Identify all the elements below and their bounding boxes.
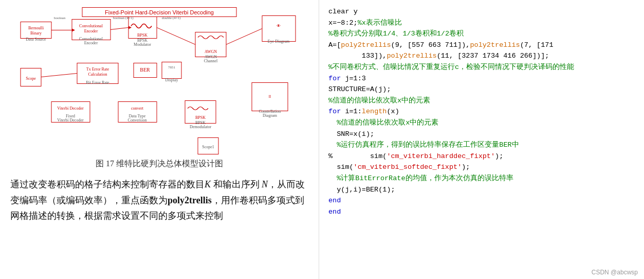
- svg-text:Calculation: Calculation: [88, 72, 107, 77]
- svg-text:Scope: Scope: [26, 76, 36, 81]
- svg-text:Data Source: Data Source: [26, 37, 46, 42]
- svg-rect-30: [162, 62, 181, 79]
- svg-text:Scope1: Scope1: [202, 145, 214, 149]
- svg-line-56: [226, 29, 262, 45]
- svg-text:Eye Diagram: Eye Diagram: [268, 39, 290, 44]
- svg-line-55: [157, 28, 195, 45]
- left-panel: Fixed-Point Hard-Decision Viterbi Decodi…: [0, 0, 319, 279]
- svg-text:Diagram: Diagram: [263, 113, 278, 118]
- svg-text:convert: convert: [131, 106, 144, 111]
- right-panel: clear y x=−8:2;%x表示信噪比 %卷积方式分别取1/4、1/3卷积…: [319, 0, 644, 279]
- svg-text:Bit Error Rate: Bit Error Rate: [86, 80, 109, 85]
- svg-text:Encoder: Encoder: [84, 41, 98, 45]
- svg-line-57: [41, 74, 77, 77]
- svg-rect-15: [262, 16, 296, 42]
- svg-rect-2: [21, 22, 51, 39]
- svg-text:Convolutional: Convolutional: [79, 24, 103, 28]
- svg-text:⠿: ⠿: [268, 95, 271, 99]
- svg-text:BER: BER: [140, 67, 150, 73]
- svg-text:BPSK: BPSK: [195, 115, 206, 120]
- svg-text:Viterbi Decoder: Viterbi Decoder: [57, 106, 84, 111]
- svg-text:Encoder: Encoder: [84, 29, 98, 33]
- svg-text:Display: Display: [165, 78, 178, 82]
- svg-text:Fixed-Point Hard-Decision Vite: Fixed-Point Hard-Decision Viterbi Decodi…: [105, 9, 214, 15]
- svg-text:AWGN: AWGN: [205, 49, 217, 54]
- svg-text:7851: 7851: [168, 65, 176, 69]
- svg-line-53: [111, 28, 128, 30]
- diagram-image: Fixed-Point Hard-Decision Viterbi Decodi…: [10, 5, 308, 154]
- svg-text:👁: 👁: [277, 24, 281, 28]
- footer-text: CSDN @abcwsp: [592, 269, 638, 276]
- svg-marker-54: [128, 26, 132, 29]
- svg-marker-52: [72, 29, 75, 32]
- svg-text:boolean (4×1): boolean (4×1): [113, 16, 134, 20]
- svg-text:double (4×1): double (4×1): [162, 16, 181, 20]
- svg-text:Viterbi Decoder: Viterbi Decoder: [57, 118, 84, 123]
- code-footer: CSDN @abcwsp: [319, 267, 644, 279]
- svg-text:Bernoulli: Bernoulli: [28, 26, 44, 30]
- svg-text:Binary: Binary: [30, 31, 42, 36]
- svg-text:Tx Error Rate: Tx Error Rate: [86, 67, 109, 72]
- svg-text:Modulator: Modulator: [134, 42, 151, 47]
- code-block[interactable]: clear y x=−8:2;%x表示信噪比 %卷积方式分别取1/4、1/3卷积…: [319, 0, 644, 267]
- svg-text:BPSK: BPSK: [137, 33, 148, 38]
- svg-text:boolean: boolean: [54, 16, 66, 20]
- svg-text:Conversion: Conversion: [128, 118, 147, 123]
- body-text: 通过改变卷积码的格子结构来控制寄存器的数目K 和输出序列 N，从而改变编码率（或…: [10, 177, 308, 224]
- svg-text:Demodulator: Demodulator: [190, 125, 212, 129]
- diagram-caption: 图 17 维特比硬判决总体模型设计图: [96, 159, 223, 169]
- svg-text:Channel: Channel: [204, 59, 218, 63]
